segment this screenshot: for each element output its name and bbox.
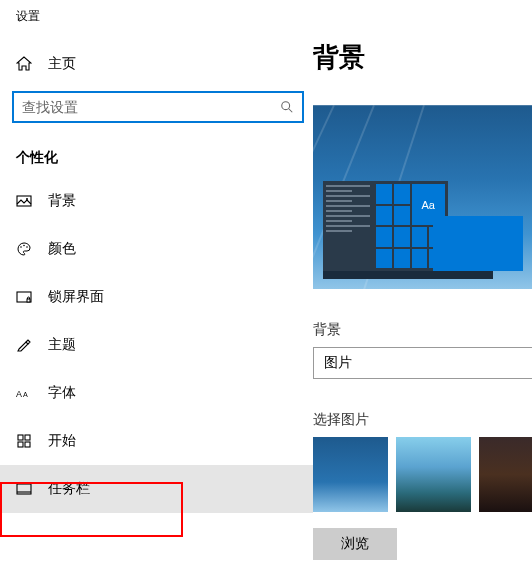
- sidebar: 设置 主页 个性化 背景 颜色 锁屏界面: [0, 0, 313, 577]
- svg-rect-11: [18, 435, 23, 440]
- preview-window: [433, 216, 523, 271]
- picture-thumb-3[interactable]: [479, 437, 532, 512]
- svg-rect-2: [17, 196, 31, 206]
- picture-row: [313, 437, 532, 512]
- svg-rect-12: [25, 435, 30, 440]
- nav-colors-label: 颜色: [48, 240, 76, 258]
- nav-themes[interactable]: 主题: [0, 321, 313, 369]
- svg-rect-8: [27, 299, 30, 302]
- svg-point-3: [26, 198, 28, 200]
- background-preview: Aa: [313, 105, 532, 289]
- home-icon: [16, 56, 32, 72]
- choose-picture-label: 选择图片: [313, 411, 532, 429]
- browse-button[interactable]: 浏览: [313, 528, 397, 560]
- window-title: 设置: [0, 0, 313, 45]
- picture-thumb-1[interactable]: [313, 437, 388, 512]
- taskbar-icon: [16, 481, 32, 497]
- fonts-icon: AA: [16, 385, 32, 401]
- picture-thumb-2[interactable]: [396, 437, 471, 512]
- nav-themes-label: 主题: [48, 336, 76, 354]
- nav-background[interactable]: 背景: [0, 177, 313, 225]
- background-dropdown-value: 图片: [324, 354, 352, 372]
- svg-point-5: [23, 245, 25, 247]
- content-panel: 背景 Aa: [313, 0, 532, 577]
- search-box[interactable]: [12, 91, 304, 123]
- nav-start[interactable]: 开始: [0, 417, 313, 465]
- search-icon[interactable]: [272, 93, 302, 121]
- lockscreen-icon: [16, 289, 32, 305]
- start-icon: [16, 433, 32, 449]
- picture-icon: [16, 193, 32, 209]
- nav-taskbar-label: 任务栏: [48, 480, 90, 498]
- sidebar-home-label: 主页: [48, 55, 76, 73]
- themes-icon: [16, 337, 32, 353]
- nav-taskbar[interactable]: 任务栏: [0, 465, 313, 513]
- nav-start-label: 开始: [48, 432, 76, 450]
- svg-point-0: [282, 102, 290, 110]
- svg-point-4: [20, 246, 22, 248]
- search-input[interactable]: [14, 95, 272, 119]
- background-dropdown[interactable]: 图片: [313, 347, 532, 379]
- nav-fonts-label: 字体: [48, 384, 76, 402]
- nav-lockscreen[interactable]: 锁屏界面: [0, 273, 313, 321]
- search-wrap: [0, 83, 313, 131]
- svg-text:A: A: [23, 391, 28, 399]
- svg-text:A: A: [16, 389, 22, 399]
- preview-taskbar: [323, 271, 493, 279]
- svg-rect-13: [18, 442, 23, 447]
- sidebar-home[interactable]: 主页: [0, 45, 313, 83]
- svg-line-1: [289, 109, 293, 113]
- preview-start-menu: Aa: [323, 181, 448, 271]
- background-dropdown-label: 背景: [313, 321, 532, 339]
- preview-desktop: Aa: [323, 169, 493, 279]
- nav-background-label: 背景: [48, 192, 76, 210]
- nav-colors[interactable]: 颜色: [0, 225, 313, 273]
- svg-rect-14: [25, 442, 30, 447]
- nav-lockscreen-label: 锁屏界面: [48, 288, 104, 306]
- palette-icon: [16, 241, 32, 257]
- category-header: 个性化: [0, 131, 313, 177]
- nav-fonts[interactable]: AA 字体: [0, 369, 313, 417]
- content-title: 背景: [313, 40, 532, 75]
- svg-point-6: [26, 246, 28, 248]
